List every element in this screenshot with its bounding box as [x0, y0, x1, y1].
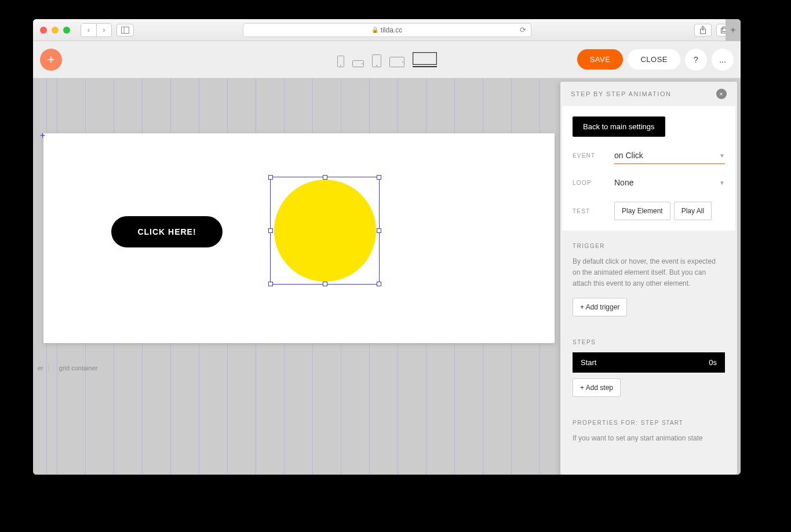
help-button[interactable]: ?	[685, 49, 707, 71]
app-topbar: + SAVE CLOSE	[33, 41, 741, 78]
properties-step: START	[662, 420, 683, 426]
svg-point-7	[340, 65, 341, 66]
event-select[interactable]: on Click ▼	[614, 147, 725, 164]
panel-header: STEP BY STEP ANIMATION ×	[560, 82, 737, 106]
device-phone-landscape-icon[interactable]	[352, 60, 364, 67]
trigger-help: By default click or hover, the event is …	[573, 256, 725, 290]
resize-handle-w[interactable]	[268, 228, 273, 233]
panel-close-button[interactable]: ×	[716, 89, 727, 99]
device-switcher	[337, 52, 437, 67]
share-icon[interactable]	[694, 24, 712, 37]
play-element-button[interactable]: Play Element	[614, 202, 670, 220]
event-label: EVENT	[573, 152, 614, 159]
maximize-window-icon[interactable]	[63, 27, 70, 34]
chevron-down-icon: ▼	[719, 152, 725, 159]
resize-handle-sw[interactable]	[268, 282, 273, 286]
add-element-button[interactable]: +	[40, 49, 62, 71]
save-button[interactable]: SAVE	[577, 49, 624, 70]
loop-value: None	[614, 178, 633, 187]
origin-crosshair-icon: +	[40, 130, 45, 141]
device-desktop-icon[interactable]	[413, 52, 437, 67]
svg-rect-12	[389, 57, 404, 67]
resize-handle-se[interactable]	[377, 282, 381, 286]
animation-panel: STEP BY STEP ANIMATION × Back to main se…	[560, 82, 737, 475]
resize-handle-s[interactable]	[323, 282, 327, 286]
breadcrumb-item[interactable]: grid container	[54, 365, 103, 371]
url-bar[interactable]: 🔒 tilda.cc ⟳	[243, 23, 531, 37]
device-tablet-portrait-icon[interactable]	[372, 54, 381, 67]
svg-point-9	[362, 63, 363, 64]
chevron-down-icon: ▼	[719, 180, 725, 186]
back-button[interactable]: ‹	[81, 24, 96, 37]
add-step-button[interactable]: + Add step	[573, 378, 621, 397]
svg-rect-14	[413, 52, 436, 64]
resize-handle-n[interactable]	[323, 175, 327, 180]
svg-point-11	[376, 65, 377, 66]
new-tab-button[interactable]: +	[726, 19, 741, 41]
trigger-title: TRIGGER	[573, 243, 725, 249]
step-time: 0s	[709, 358, 717, 367]
traffic-lights	[40, 27, 70, 34]
top-actions: SAVE CLOSE ? ...	[577, 49, 734, 71]
close-button[interactable]: CLOSE	[628, 49, 680, 70]
selection-box	[270, 177, 380, 285]
minimize-window-icon[interactable]	[52, 27, 59, 34]
loop-label: LOOP	[573, 180, 614, 186]
properties-section: PROPERTIES FOR: STEP START If you want t…	[562, 409, 735, 454]
loop-select[interactable]: None ▼	[614, 174, 725, 191]
trigger-section: TRIGGER By default click or hover, the e…	[562, 232, 735, 327]
more-button[interactable]: ...	[712, 49, 734, 71]
resize-handle-e[interactable]	[377, 228, 381, 233]
step-row-start[interactable]: Start 0s	[573, 352, 725, 373]
device-tablet-landscape-icon[interactable]	[389, 57, 404, 67]
properties-help: If you want to set any start animation s…	[573, 433, 725, 444]
test-row: TEST Play Element Play All	[573, 202, 725, 220]
add-trigger-button[interactable]: + Add trigger	[573, 298, 627, 316]
event-row: EVENT on Click ▼	[573, 147, 725, 164]
event-value: on Click	[614, 151, 643, 160]
play-all-button[interactable]: Play All	[674, 202, 712, 220]
breadcrumb: er grid container	[33, 362, 102, 374]
browser-chrome: ‹ › 🔒 tilda.cc ⟳ +	[33, 19, 741, 41]
resize-handle-nw[interactable]	[268, 175, 273, 180]
test-buttons: Play Element Play All	[614, 202, 712, 220]
loop-row: LOOP None ▼	[573, 174, 725, 191]
steps-section: STEPS Start 0s + Add step	[562, 329, 735, 407]
url-text: tilda.cc	[381, 26, 402, 34]
properties-prefix: PROPERTIES FOR: STEP	[573, 420, 662, 426]
breadcrumb-item[interactable]: er	[33, 365, 49, 371]
panel-title: STEP BY STEP ANIMATION	[571, 90, 671, 97]
refresh-icon[interactable]: ⟳	[520, 25, 526, 34]
back-to-settings-button[interactable]: Back to main settings	[573, 116, 665, 137]
editor-canvas[interactable]: + CLICK HERE! er grid container	[33, 78, 555, 475]
lock-icon: 🔒	[371, 27, 378, 33]
resize-handle-ne[interactable]	[377, 175, 381, 180]
browser-window: ‹ › 🔒 tilda.cc ⟳ + +	[33, 19, 741, 475]
panel-main-section: Back to main settings EVENT on Click ▼ L…	[562, 106, 735, 231]
properties-title: PROPERTIES FOR: STEP START	[573, 420, 725, 426]
sidebar-toggle[interactable]	[116, 24, 134, 37]
device-phone-portrait-icon[interactable]	[337, 56, 344, 67]
svg-point-13	[402, 61, 403, 63]
svg-rect-0	[122, 27, 129, 33]
steps-title: STEPS	[573, 339, 725, 345]
close-window-icon[interactable]	[40, 27, 47, 34]
app-area: + SAVE CLOSE	[33, 41, 741, 475]
canvas-cta-button[interactable]: CLICK HERE!	[111, 216, 223, 247]
forward-button[interactable]: ›	[96, 24, 111, 37]
nav-buttons: ‹ ›	[81, 23, 112, 37]
step-name: Start	[581, 358, 596, 367]
test-label: TEST	[573, 208, 614, 214]
